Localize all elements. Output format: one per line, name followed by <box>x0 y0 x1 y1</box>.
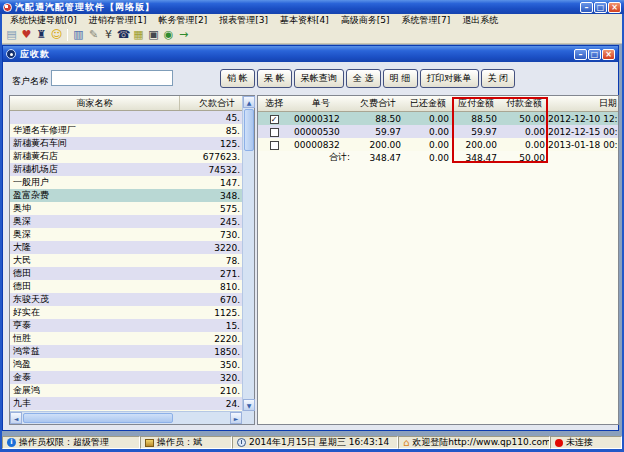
merchant-row[interactable]: 盈富杂费348. <box>10 189 242 202</box>
edit-icon[interactable]: ✎ <box>86 28 101 42</box>
merchant-row[interactable]: 45. <box>10 111 242 124</box>
merchant-name: 奥坤 <box>10 202 180 215</box>
dialog-close-button[interactable]: × <box>602 49 615 60</box>
baddebt-query-button[interactable]: 呆帐查询 <box>294 69 344 88</box>
bill-row[interactable]: ✓0000031288.500.0088.5050.002012-12-10 1… <box>258 112 618 125</box>
merchant-row[interactable]: 鸿常益1850. <box>10 345 242 358</box>
dialog-body: 客户名称 销 帐 呆 帐 呆帐查询 全 选 明 细 打印对账单 关 闭 商家名称… <box>3 62 618 430</box>
safe-icon[interactable]: ◉ <box>161 28 176 42</box>
merchant-owed-total: 24. <box>180 399 242 409</box>
close-dialog-button[interactable]: 关 闭 <box>481 69 516 88</box>
menu-item-inventory[interactable]: 进销存管理[1] <box>83 14 153 27</box>
merchant-row[interactable]: 大民78. <box>10 254 242 267</box>
datetime-segment: 2014年1月15日 星期三 16:43:14 <box>232 436 398 449</box>
merchant-list-header: 商家名称 欠款合计 <box>10 96 254 111</box>
checkbox-unchecked[interactable] <box>270 141 279 150</box>
bank-icon[interactable]: ♜ <box>34 28 49 42</box>
printer-icon[interactable]: ▤ <box>4 28 19 42</box>
merchant-name: 新穗黄石车间 <box>10 137 180 150</box>
scroll-left-icon[interactable]: ◄ <box>10 412 22 424</box>
vertical-scrollbar[interactable]: ▲ ▼ <box>242 96 254 411</box>
merchant-owed-total: 730. <box>180 230 242 240</box>
customer-name-label: 客户名称 <box>12 75 48 88</box>
print-statement-button[interactable]: 打印对账单 <box>420 69 479 88</box>
merchant-owed-total: 348. <box>180 191 242 201</box>
detail-button[interactable]: 明 细 <box>383 69 418 88</box>
totals-label: 合计: <box>290 151 352 164</box>
merchant-name: 奥深 <box>10 228 180 241</box>
merchant-row[interactable]: 新穗黄石店677623. <box>10 150 242 163</box>
menu-item-system[interactable]: 系统管理[7] <box>396 14 457 27</box>
writeoff-button[interactable]: 销 帐 <box>220 69 255 88</box>
merchant-row[interactable]: 好实在1125. <box>10 306 242 319</box>
totals-paid: 50.00 <box>500 153 548 163</box>
merchant-row[interactable]: 德田810. <box>10 280 242 293</box>
merchant-name: 金泰 <box>10 371 180 384</box>
owed-header: 欠费合计 <box>352 97 404 110</box>
window-title: 汽配通汽配管理软件【网络版】 <box>15 1 580 14</box>
bill-number: 00000312 <box>290 114 352 124</box>
sale-icon[interactable]: ♥ <box>19 28 34 42</box>
bill-date: 2012-12-10 12:17:2 <box>548 114 618 124</box>
menu-item-accounting[interactable]: 帐务管理[2] <box>153 14 214 27</box>
dialog-maximize-button[interactable]: □ <box>588 49 601 60</box>
bill-row[interactable]: 0000053059.970.0059.970.002012-12-15 00:… <box>258 125 618 138</box>
merchant-row[interactable]: 恒胜2220. <box>10 332 242 345</box>
merchant-row[interactable]: 九丰24. <box>10 397 242 410</box>
menu-item-commerce[interactable]: 高级商务[5] <box>335 14 396 27</box>
merchant-row[interactable]: 新穗黄石车间125. <box>10 137 242 150</box>
connection-text: 未连接 <box>566 436 593 449</box>
checkbox-checked[interactable]: ✓ <box>270 115 279 124</box>
vertical-scroll-thumb[interactable] <box>244 109 254 151</box>
merchant-row[interactable]: 德田271. <box>10 267 242 280</box>
merchant-row[interactable]: 东骏天茂670. <box>10 293 242 306</box>
merchant-row[interactable]: 奥深730. <box>10 228 242 241</box>
exit-icon[interactable]: → <box>176 28 191 42</box>
menu-item-reports[interactable]: 报表管理[3] <box>213 14 274 27</box>
baddebt-button[interactable]: 呆 帐 <box>257 69 292 88</box>
cabinet-icon[interactable]: ▣ <box>146 28 161 42</box>
merchant-name: 鸿常益 <box>10 345 180 358</box>
menu-item-basic-data[interactable]: 基本资料[4] <box>274 14 335 27</box>
horizontal-scrollbar[interactable]: ◄ ► <box>10 411 242 424</box>
horizontal-scroll-thumb[interactable] <box>23 413 173 423</box>
menu-item-exit[interactable]: 退出系统 <box>456 14 504 27</box>
bill-row[interactable]: 00000832200.000.00200.000.002013-01-18 0… <box>258 138 618 151</box>
merchant-row[interactable]: 奥坤575. <box>10 202 242 215</box>
merchant-row[interactable]: 鸿盈350. <box>10 358 242 371</box>
select-all-button[interactable]: 全 选 <box>346 69 381 88</box>
merchant-row[interactable]: 亨泰15. <box>10 319 242 332</box>
minimize-button[interactable]: – <box>580 2 593 13</box>
smiley-icon[interactable]: ☺ <box>49 28 64 42</box>
merchant-name: 恒胜 <box>10 332 180 345</box>
merchant-row[interactable]: 金泰320. <box>10 371 242 384</box>
merchant-name: 新穗机场店 <box>10 163 180 176</box>
maximize-button[interactable]: □ <box>594 2 607 13</box>
merchant-row[interactable]: 奥深245. <box>10 215 242 228</box>
toolbar: ▤♥♜☺▥✎¥☎▦▣◉→ <box>0 27 624 44</box>
connection-status-icon <box>555 439 563 447</box>
fax-icon[interactable]: ▦ <box>131 28 146 42</box>
menu-item-nav[interactable]: 系统快捷导航[0] <box>4 14 83 27</box>
scroll-up-icon[interactable]: ▲ <box>243 96 255 108</box>
merchant-row[interactable]: 新穗机场店74532. <box>10 163 242 176</box>
scroll-right-icon[interactable]: ► <box>230 412 242 424</box>
merchant-owed-total: 320. <box>180 373 242 383</box>
dialog-minimize-button[interactable]: – <box>574 49 587 60</box>
merchant-row[interactable]: 华通名车修理厂85. <box>10 124 242 137</box>
bill-rows: ✓0000031288.500.0088.5050.002012-12-10 1… <box>258 112 618 151</box>
merchant-row[interactable]: 一般用户147. <box>10 176 242 189</box>
merchant-rows: 45.华通名车修理厂85.新穗黄石车间125.新穗黄石店677623.新穗机场店… <box>10 111 242 413</box>
dialog-icon <box>6 49 16 59</box>
customer-name-input[interactable] <box>51 70 173 86</box>
money-icon[interactable]: ¥ <box>101 28 116 42</box>
merchant-row[interactable]: 大隆3220. <box>10 241 242 254</box>
merchant-name: 亨泰 <box>10 319 180 332</box>
invoice-icon[interactable]: ▥ <box>71 28 86 42</box>
scroll-down-icon[interactable]: ▼ <box>243 399 255 411</box>
checkbox-unchecked[interactable] <box>270 128 279 137</box>
merchant-row[interactable]: 金展鸿210. <box>10 384 242 397</box>
phone-icon[interactable]: ☎ <box>116 28 131 42</box>
close-button[interactable]: × <box>608 2 621 13</box>
paid-header: 付款金额 <box>500 97 548 110</box>
